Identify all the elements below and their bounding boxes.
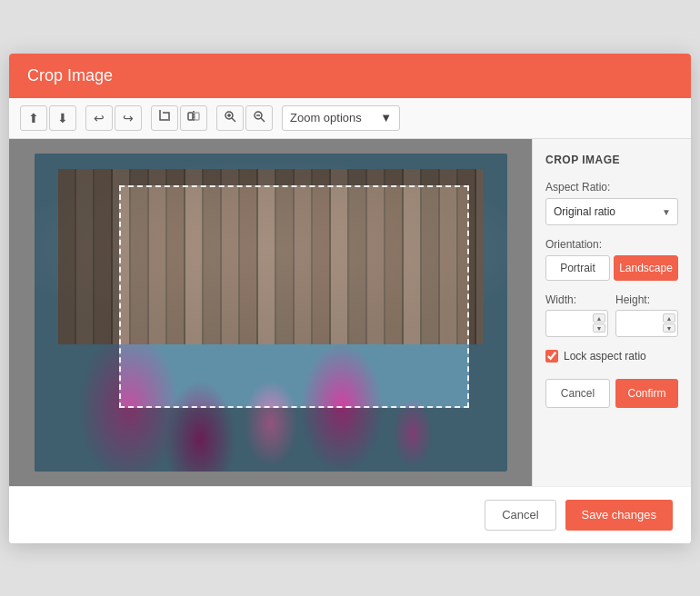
content-area: CROP IMAGE Aspect Ratio: Original ratio … bbox=[9, 139, 691, 486]
width-spinners: ▲ ▼ bbox=[593, 311, 605, 336]
width-spin-down[interactable]: ▼ bbox=[593, 323, 605, 333]
image-container bbox=[35, 154, 507, 472]
side-panel-title: CROP IMAGE bbox=[545, 154, 678, 166]
height-field: Height: ▲ ▼ bbox=[615, 293, 678, 337]
modal-title: Crop Image bbox=[27, 66, 113, 84]
orientation-label: Orientation: bbox=[545, 238, 678, 251]
chevron-down-icon: ▼ bbox=[380, 111, 392, 124]
upload-button[interactable]: ⬆ bbox=[20, 105, 47, 131]
flip-icon bbox=[187, 110, 200, 125]
zoom-out-button[interactable] bbox=[245, 105, 273, 131]
svg-rect-1 bbox=[195, 113, 199, 120]
landscape-button[interactable]: Landscape bbox=[614, 255, 678, 281]
crop-icon bbox=[158, 110, 171, 125]
redo-icon: ↪ bbox=[123, 111, 134, 125]
width-input-wrap: ▲ ▼ bbox=[545, 310, 608, 337]
cancel-button[interactable]: Cancel bbox=[485, 500, 555, 531]
height-spin-up[interactable]: ▲ bbox=[663, 313, 675, 323]
zoom-in-icon bbox=[224, 110, 236, 125]
zoom-dropdown-label: Zoom options bbox=[290, 111, 362, 124]
confirm-button[interactable]: Confirm bbox=[615, 379, 678, 408]
save-changes-button[interactable]: Save changes bbox=[565, 500, 673, 531]
image-panel bbox=[9, 139, 532, 486]
portrait-button[interactable]: Portrait bbox=[545, 255, 610, 281]
aspect-ratio-select[interactable]: Original ratio 1:1 4:3 16:9 bbox=[545, 198, 678, 225]
side-panel: CROP IMAGE Aspect Ratio: Original ratio … bbox=[532, 139, 691, 486]
zoom-in-button[interactable] bbox=[216, 105, 244, 131]
lock-label: Lock aspect ratio bbox=[564, 350, 646, 363]
lock-checkbox[interactable] bbox=[545, 350, 558, 363]
orientation-section: Orientation: Portrait Landscape bbox=[545, 238, 678, 281]
cancel-sm-button[interactable]: Cancel bbox=[545, 379, 610, 408]
height-input-wrap: ▲ ▼ bbox=[615, 310, 678, 337]
aspect-ratio-select-wrap: Original ratio 1:1 4:3 16:9 bbox=[545, 198, 678, 225]
aspect-ratio-section: Aspect Ratio: Original ratio 1:1 4:3 16:… bbox=[545, 181, 678, 225]
download-icon: ⬇ bbox=[57, 111, 68, 125]
modal: Crop Image ⬆ ⬇ ↩ ↪ bbox=[9, 54, 691, 543]
toolbar: ⬆ ⬇ ↩ ↪ bbox=[9, 98, 691, 139]
footer: Cancel Save changes bbox=[9, 486, 691, 543]
svg-rect-0 bbox=[188, 113, 193, 120]
zoom-dropdown[interactable]: Zoom options ▼ bbox=[282, 105, 400, 131]
height-label: Height: bbox=[615, 293, 678, 306]
flip-button[interactable] bbox=[180, 105, 207, 131]
width-field: Width: ▲ ▼ bbox=[545, 293, 608, 337]
upload-icon: ⬆ bbox=[28, 111, 39, 125]
orientation-row: Portrait Landscape bbox=[545, 255, 678, 281]
aspect-ratio-label: Aspect Ratio: bbox=[545, 181, 678, 194]
svg-line-4 bbox=[232, 118, 235, 122]
crop-button[interactable] bbox=[151, 105, 178, 131]
action-row: Cancel Confirm bbox=[545, 379, 678, 408]
width-spin-up[interactable]: ▲ bbox=[593, 313, 605, 323]
height-spin-down[interactable]: ▼ bbox=[663, 323, 675, 333]
svg-line-8 bbox=[261, 118, 265, 122]
undo-icon: ↩ bbox=[94, 111, 105, 125]
lock-row: Lock aspect ratio bbox=[545, 350, 678, 363]
modal-header: Crop Image bbox=[9, 54, 691, 98]
crop-image bbox=[35, 154, 507, 472]
zoom-out-icon bbox=[253, 110, 265, 125]
download-button[interactable]: ⬇ bbox=[49, 105, 76, 131]
width-label: Width: bbox=[545, 293, 608, 306]
redo-button[interactable]: ↪ bbox=[115, 105, 142, 131]
height-spinners: ▲ ▼ bbox=[663, 311, 675, 336]
undo-button[interactable]: ↩ bbox=[85, 105, 113, 131]
width-height-row: Width: ▲ ▼ Height: ▲ bbox=[545, 293, 678, 337]
